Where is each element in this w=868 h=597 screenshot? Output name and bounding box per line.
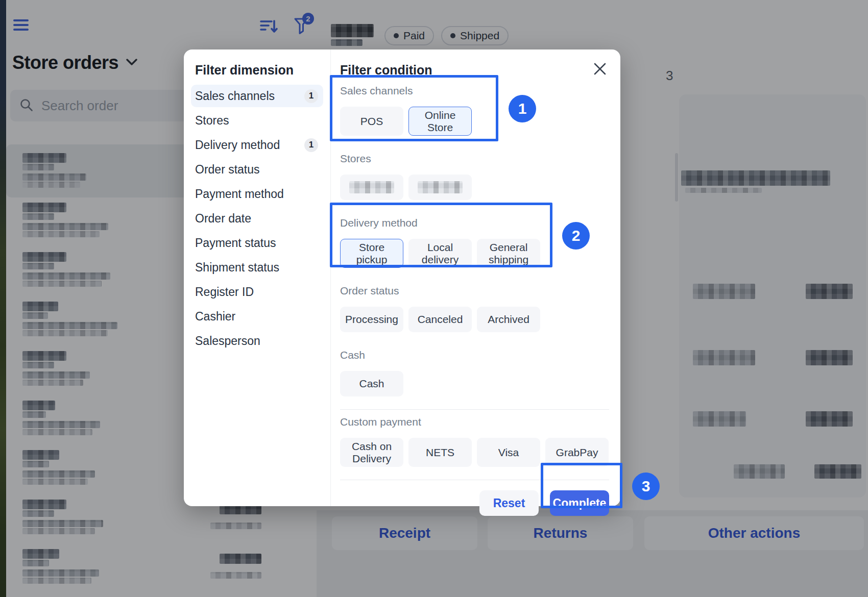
dimension-item-payment-status[interactable]: Payment status: [191, 232, 323, 254]
annotation-box-3: [541, 463, 622, 508]
dimension-label: Stores: [195, 114, 229, 128]
dimension-item-shipment-status[interactable]: Shipment status: [191, 256, 323, 279]
dimension-count-badge: 1: [304, 138, 318, 152]
option-chip-nets[interactable]: NETS: [408, 438, 472, 467]
filter-dimension-panel: Filter dimension Sales channels1StoresDe…: [184, 49, 331, 506]
group-label: Order status: [340, 285, 609, 297]
filter-group-stores: Stores: [340, 153, 609, 200]
reset-button[interactable]: Reset: [479, 490, 539, 516]
dimension-label: Salesperson: [195, 334, 260, 348]
option-chip-visa[interactable]: Visa: [477, 438, 540, 467]
close-icon[interactable]: [593, 62, 607, 76]
dimension-item-stores[interactable]: Stores: [191, 109, 323, 132]
group-label: Cash: [340, 349, 609, 361]
dimension-item-order-status[interactable]: Order status: [191, 158, 323, 181]
annotation-box-2: [330, 203, 552, 267]
option-chip-cash-on-delivery[interactable]: Cash on Delivery: [340, 438, 403, 467]
dimension-item-payment-method[interactable]: Payment method: [191, 183, 323, 205]
dimension-item-sales-channels[interactable]: Sales channels1: [191, 85, 323, 107]
option-chip-processing[interactable]: Processing: [340, 307, 403, 332]
dimension-label: Order date: [195, 212, 251, 226]
dimension-item-order-date[interactable]: Order date: [191, 207, 323, 230]
dimension-label: Cashier: [195, 310, 235, 324]
dimension-item-salesperson[interactable]: Salesperson: [191, 330, 323, 352]
option-row: [340, 175, 609, 200]
filter-group-order-status: Order statusProcessingCanceledArchived: [340, 285, 609, 332]
annotation-step-2: 2: [562, 222, 590, 250]
filter-groups: Sales channelsPOSOnline StoreStoresDeliv…: [340, 85, 609, 467]
dimension-item-cashier[interactable]: Cashier: [191, 305, 323, 328]
filter-group-cash: CashCash: [340, 349, 609, 396]
redacted-text: [349, 181, 394, 193]
dimension-item-register-id[interactable]: Register ID: [191, 281, 323, 303]
filter-dimension-title: Filter dimension: [195, 63, 323, 78]
annotation-step-3: 3: [632, 472, 660, 500]
dimension-label: Delivery method: [195, 138, 280, 152]
divider: [340, 409, 609, 410]
option-row: Cash: [340, 371, 609, 396]
dimension-count-badge: 1: [304, 89, 318, 103]
dimension-label: Register ID: [195, 285, 254, 299]
redacted-store-chip[interactable]: [340, 175, 403, 200]
dimension-label: Payment status: [195, 236, 276, 250]
option-chip-canceled[interactable]: Canceled: [408, 307, 472, 332]
annotation-box-1: [330, 75, 498, 141]
screen: 2 Store orders PaidShipped: [0, 0, 868, 597]
annotation-step-1: 1: [509, 95, 536, 122]
group-label: Custom payment: [340, 416, 609, 428]
dimension-item-delivery-method[interactable]: Delivery method1: [191, 134, 323, 156]
dimension-label: Shipment status: [195, 261, 279, 275]
dimension-label: Sales channels: [195, 89, 275, 103]
option-chip-archived[interactable]: Archived: [477, 307, 540, 332]
filter-group-custom-payment: Custom paymentCash on DeliveryNETSVisaGr…: [340, 416, 609, 467]
redacted-store-chip[interactable]: [408, 175, 472, 200]
option-chip-cash[interactable]: Cash: [340, 371, 403, 396]
dimension-list: Sales channels1StoresDelivery method1Ord…: [191, 85, 323, 352]
dimension-label: Order status: [195, 163, 260, 177]
option-row: ProcessingCanceledArchived: [340, 307, 609, 332]
group-label: Stores: [340, 153, 609, 165]
redacted-text: [418, 181, 463, 193]
dimension-label: Payment method: [195, 187, 284, 201]
